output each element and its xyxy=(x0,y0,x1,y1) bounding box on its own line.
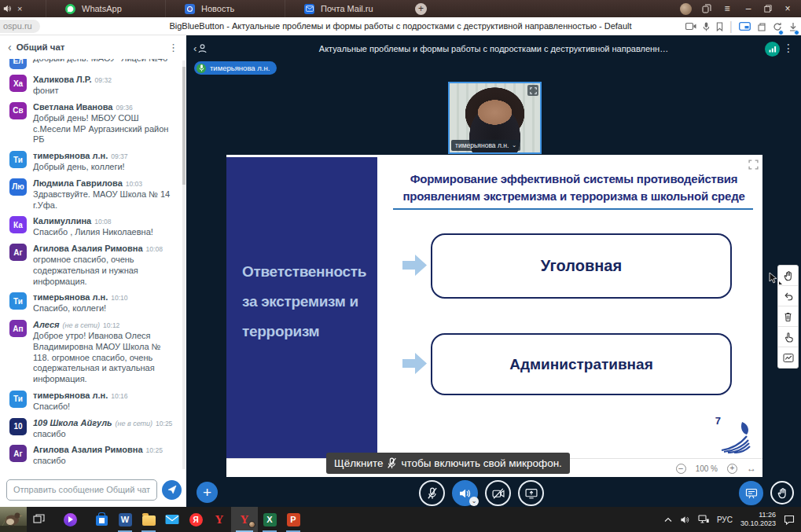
window-restore-button[interactable] xyxy=(764,5,772,13)
browser-profile-avatar[interactable] xyxy=(680,3,692,15)
presentation-slide[interactable]: Ответственность за экстремизм и террориз… xyxy=(226,155,762,458)
current-speaker-pill[interactable]: тимерьянова л.н. xyxy=(194,61,277,75)
undo-button[interactable] xyxy=(778,286,798,306)
restore-presentation-button[interactable] xyxy=(739,481,763,505)
webcam-fullscreen-button[interactable] xyxy=(527,85,538,96)
tray-expand-icon[interactable] xyxy=(664,517,672,523)
avatar: Ти xyxy=(9,151,27,168)
tooltip-text-post: чтобы включить свой микрофон. xyxy=(401,457,561,469)
screen: × WhatsApp Новость Почта Mail.ru + ≡ – ×… xyxy=(0,0,801,532)
undo-icon xyxy=(783,291,794,302)
fit-width-button[interactable]: ↔ xyxy=(747,463,756,474)
message-text: Добрый день, коллеги! xyxy=(33,162,178,173)
tab-panels-icon[interactable] xyxy=(702,4,711,13)
pip-icon[interactable] xyxy=(739,22,751,31)
multi-user-whiteboard-button[interactable] xyxy=(778,347,798,368)
mute-toggle-button[interactable] xyxy=(419,480,445,506)
zoom-level[interactable]: 100 % xyxy=(696,464,718,473)
taskbar-explorer[interactable] xyxy=(137,507,160,532)
meeting-area: ‹ Актуальные проблемы и формы работы с п… xyxy=(186,35,801,507)
notification-center-icon[interactable] xyxy=(784,515,795,525)
screenshare-button[interactable] xyxy=(518,480,544,506)
slide-fullscreen-button[interactable] xyxy=(748,159,759,173)
window-minimize-button[interactable]: – xyxy=(743,3,754,14)
actions-plus-button[interactable]: + xyxy=(197,482,218,503)
tray-clock[interactable]: 11:26 30.10.2023 xyxy=(740,511,776,528)
taskbar-excel[interactable]: X xyxy=(258,507,281,532)
audio-toggle-button[interactable]: ⌄ xyxy=(452,480,478,506)
bookmark-icon[interactable] xyxy=(716,22,723,31)
store-icon xyxy=(96,515,108,526)
speaker-icon xyxy=(459,488,471,499)
message-text: Спасибо , Лилия Николаевна! xyxy=(33,227,178,238)
signal-bars-icon xyxy=(769,46,777,53)
chat-message-input[interactable] xyxy=(6,479,157,501)
connection-status-button[interactable] xyxy=(765,42,780,57)
meeting-header: ‹ Актуальные проблемы и формы работы с п… xyxy=(186,35,801,62)
tab-news[interactable]: Новость xyxy=(165,0,285,17)
taskbar-alice[interactable] xyxy=(58,507,82,532)
start-button[interactable] xyxy=(0,507,27,532)
volume-icon[interactable] xyxy=(680,515,690,524)
download-icon[interactable] xyxy=(788,20,798,34)
bird-wallpaper xyxy=(0,507,27,532)
profile-mini-avatar xyxy=(248,521,255,528)
collections-icon[interactable] xyxy=(757,22,766,31)
taskbar-mail[interactable] xyxy=(160,507,184,532)
language-indicator[interactable]: РУС xyxy=(717,515,733,524)
zoom-out-button[interactable]: – xyxy=(676,464,686,474)
avatar: Ап xyxy=(9,320,27,337)
audio-options-badge[interactable]: ⌄ xyxy=(469,497,479,506)
chat-scrollbar[interactable] xyxy=(182,61,186,469)
pointer-tool-button[interactable] xyxy=(778,327,798,347)
meeting-options-kebab-icon[interactable]: ⋮ xyxy=(783,42,794,54)
pointer-hand-icon xyxy=(783,332,794,343)
arrow-right-icon xyxy=(402,353,428,374)
chat-scrollbar-thumb[interactable] xyxy=(182,67,186,185)
message-author: Людмила Гаврилова xyxy=(33,178,123,188)
plus-icon: + xyxy=(203,484,211,501)
chat-header: ‹ Общий чат ⋮ xyxy=(0,35,186,59)
message-author: Халикова Л.Р. xyxy=(33,75,92,84)
divider: | xyxy=(729,20,733,34)
webcam-video[interactable]: тимерьянова л.н. ⌄ xyxy=(448,82,542,154)
webcam-toggle-button[interactable] xyxy=(485,480,511,506)
taskbar-word[interactable]: W xyxy=(113,507,137,532)
window-close-button[interactable]: × xyxy=(782,3,793,14)
mic-permission-icon[interactable] xyxy=(703,22,710,31)
webcam-name-label[interactable]: тимерьянова л.н. ⌄ xyxy=(451,140,520,151)
message-time: 10:03 xyxy=(126,180,142,188)
zoom-in-button[interactable]: + xyxy=(727,464,737,474)
task-view-button[interactable] xyxy=(27,507,50,532)
send-message-button[interactable] xyxy=(162,480,182,500)
chat-options-kebab-icon[interactable]: ⋮ xyxy=(168,42,178,53)
new-tab-button[interactable]: + xyxy=(415,3,427,15)
sync-icon[interactable] xyxy=(773,20,782,34)
pan-tool-button[interactable] xyxy=(778,266,798,286)
browser-menu-icon[interactable]: ≡ xyxy=(722,3,733,14)
chat-back-button[interactable]: ‹ xyxy=(8,41,12,53)
chat-message-list[interactable]: Ел Добрый день. МАОУ "Лицей №46" Ха Хали… xyxy=(0,59,182,471)
raise-hand-button[interactable] xyxy=(770,481,794,504)
tab-mailru[interactable]: Почта Mail.ru xyxy=(285,0,404,17)
arrow-right-icon xyxy=(402,255,428,276)
taskbar-yandex-browser[interactable]: Y xyxy=(208,507,231,532)
tab-close-icon[interactable]: × xyxy=(17,4,22,13)
tab-whatsapp[interactable]: WhatsApp xyxy=(46,0,165,17)
taskbar-powerpoint[interactable]: P xyxy=(281,507,305,532)
avatar: Аг xyxy=(9,244,27,261)
toggle-userlist-button[interactable]: ‹ xyxy=(193,42,208,54)
message-author: тимерьянова л.н. xyxy=(33,391,108,400)
mic-muted-icon xyxy=(427,487,438,500)
taskbar-store[interactable] xyxy=(90,507,113,532)
chat-message: Ти тимерьянова л.н.10:16 Спасибо! xyxy=(9,391,178,413)
taskbar-yandex-browser-active[interactable]: Y xyxy=(231,507,258,532)
camera-permission-icon[interactable] xyxy=(685,22,696,31)
taskbar-yandex-app[interactable]: Я xyxy=(184,507,208,532)
chat-message: Аг Агилова Азалия Римовна10:25 спасибо xyxy=(9,445,178,467)
clear-annotations-button[interactable] xyxy=(778,306,798,327)
network-icon[interactable] xyxy=(698,515,709,524)
message-time: 10:12 xyxy=(103,321,119,329)
message-time: 10:08 xyxy=(94,218,111,226)
active-tab-audio-partial[interactable]: × xyxy=(0,0,46,17)
